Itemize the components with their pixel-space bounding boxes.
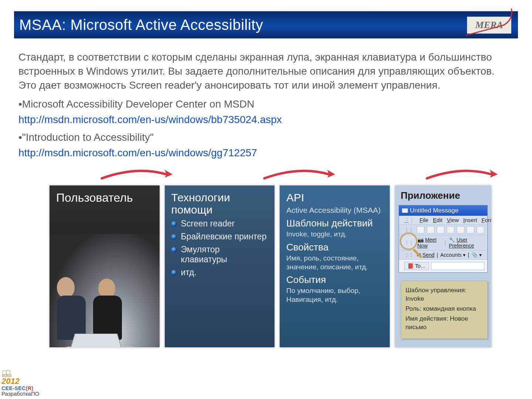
bullet-1-link[interactable]: http://msdn.microsoft.com/en-us/windows/… [18, 114, 282, 125]
attach-icon[interactable]: 📎 ▾ [471, 252, 482, 258]
grip-icon: ⋮⋮ [404, 252, 413, 258]
title-bar: MSAA: Microsoft Active Accessibility MER… [14, 11, 518, 38]
grip-icon: ⋮⋮ [404, 217, 414, 224]
mera-logo: MERA [467, 17, 511, 34]
menu-item[interactable]: View [447, 217, 459, 224]
card-user-title: Пользователь [56, 191, 153, 204]
menu-item[interactable]: File [420, 217, 429, 224]
toolbar-button[interactable] [467, 226, 474, 233]
flow-arrows [96, 168, 502, 186]
menu-item[interactable]: Insert [463, 217, 477, 224]
conf-year: 2012 [1, 377, 39, 385]
card-assist-title: Технологии помощи [171, 191, 268, 216]
arrow-icon [96, 168, 177, 181]
bullet-2-link[interactable]: http://msdn.microsoft.com/en-us/windows/… [18, 147, 257, 158]
toolbar-row-3: ⋮⋮ ✉ Send | Accounts ▾ | 📎 ▾ [399, 250, 488, 260]
assist-item: Эмулятор клавиатуры [171, 245, 268, 265]
grip-icon: ⋮⋮ [404, 240, 413, 246]
people-photo-placeholder [50, 234, 160, 347]
note-line: Роль: командная кнопка [406, 305, 483, 313]
conf-org: CEE-SEC(R) [1, 386, 39, 391]
send-button[interactable]: ✉ Send [417, 252, 435, 258]
api-section-desc: По умолчанию, выбор, Навигация, итд. [286, 286, 383, 304]
note-line: Шаблон управления: Invoke [406, 286, 483, 303]
card-user: Пользователь [50, 185, 160, 347]
arrow-icon [421, 168, 502, 181]
menu-item[interactable]: Edit [433, 217, 443, 224]
accounts-dropdown[interactable]: Accounts ▾ [440, 252, 466, 258]
card-app-title: Приложение [395, 185, 492, 204]
tooltip-note: Шаблон управления: Invoke Роль: командна… [401, 281, 488, 339]
user-preferences-button[interactable]: 🔧 User Preference [449, 237, 484, 249]
conference-logo: 2012 CEE-SEC(R) РазработкаПО [1, 369, 39, 397]
menu-item[interactable]: Form [481, 217, 491, 224]
bullet-2: •"Introduction to Accessibility" [18, 130, 514, 144]
to-button[interactable]: 📕 To… [404, 262, 429, 270]
menu-bar: ⋮⋮ File Edit View Insert Form [399, 216, 488, 225]
window-titlebar: Untitled Message [399, 205, 488, 216]
toolbar-button[interactable] [437, 226, 444, 233]
api-section-desc: Invoke, toggle, итд. [286, 230, 383, 239]
card-api: API Active Accessibility (MSAA) Шаблоны … [280, 185, 390, 347]
card-api-sub: Active Accessibility (MSAA) [286, 206, 383, 215]
api-section-heading: События [286, 274, 383, 286]
toolbar-button[interactable] [427, 226, 434, 233]
laptop-icon [66, 319, 133, 345]
assist-item: Screen reader [171, 219, 268, 229]
assist-item: Брайлевские принтер [171, 232, 268, 242]
toolbar-button[interactable] [417, 226, 424, 233]
meet-now-button[interactable]: 📷 Meet Now [417, 237, 442, 249]
card-api-title: API [286, 191, 383, 204]
toolbar-row-2: ⋮⋮ 📷 Meet Now | 🔧 User Preference [399, 235, 488, 250]
logo-swoosh-icon [462, 8, 516, 36]
window-title-text: Untitled Message [410, 207, 458, 214]
intro-paragraph: Стандарт, в соответствии с которым сдела… [18, 50, 514, 92]
toolbar-button[interactable] [457, 226, 464, 233]
diagram-cards: Пользователь Технологии помощи Screen re… [50, 185, 491, 347]
api-section-heading: Свойства [286, 242, 383, 253]
api-section-desc: Имя, роль, состояние, значение, описание… [286, 254, 383, 272]
note-line: Имя действия: Новое письмо [406, 315, 483, 332]
to-row: 📕 To… [399, 260, 488, 272]
arrow-icon [259, 168, 340, 181]
to-input[interactable] [431, 262, 484, 270]
window-screenshot: Untitled Message ⋮⋮ File Edit View Inser… [399, 205, 488, 273]
envelope-icon [402, 208, 408, 213]
grip-icon: ⋮⋮ [404, 227, 413, 233]
conf-tagline: РазработкаПО [1, 391, 39, 397]
assist-item: итд. [171, 267, 268, 277]
toolbar-button[interactable] [477, 226, 484, 233]
toolbar-button[interactable] [447, 226, 454, 233]
api-section-heading: Шаблоны действий [286, 218, 383, 229]
toolbar: ⋮⋮ [399, 225, 488, 235]
slide-title: MSAA: Microsoft Active Accessibility [19, 17, 263, 33]
body-text: Стандарт, в соответствии с которым сдела… [18, 50, 514, 160]
bullet-1: •Microsoft Accessibility Developer Cente… [18, 97, 514, 111]
card-application: Приложение Untitled Message ⋮⋮ File Edit… [395, 185, 492, 347]
card-assistive-tech: Технологии помощи Screen reader Брайлевс… [165, 185, 275, 347]
